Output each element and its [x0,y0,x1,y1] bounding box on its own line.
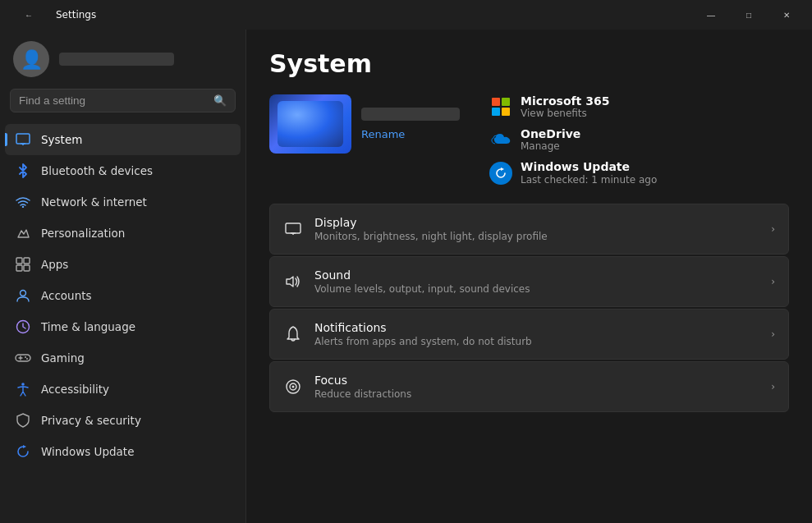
windows-update-title: Windows Update [521,160,657,173]
display-icon [283,219,303,239]
microsoft365-name: Microsoft 365 [521,94,609,108]
sidebar: 👤 🔍 System [0,30,246,523]
privacy-icon [15,412,31,429]
focus-text: Focus Reduce distractions [314,374,759,400]
sidebar-item-apps[interactable]: Apps ◀ [5,249,241,280]
setting-item-sound[interactable]: Sound Volume levels, output, input, soun… [269,256,789,307]
svg-point-21 [292,385,295,388]
display-text: Display Monitors, brightness, night ligh… [314,216,759,242]
service-cards: Microsoft 365 View benefits OneDrive [489,94,657,187]
focus-icon [283,377,303,397]
network-icon [15,194,31,210]
search-box[interactable]: 🔍 [10,89,236,112]
notifications-desc: Alerts from apps and system, do not dist… [314,336,759,347]
search-container: 🔍 [0,89,245,121]
svg-rect-7 [24,265,30,271]
info-cards: Rename Microsoft 365 [269,94,789,187]
focus-desc: Reduce distractions [314,388,759,400]
accessibility-icon [15,381,31,397]
accounts-icon [15,287,31,304]
sound-desc: Volume levels, output, input, sound devi… [314,283,759,295]
sidebar-item-label: Gaming [41,351,85,365]
m365-grid [492,98,510,116]
focus-chevron: › [771,381,775,392]
sidebar-item-bluetooth[interactable]: Bluetooth & devices [5,155,241,186]
svg-rect-0 [16,134,30,144]
sidebar-item-system[interactable]: System [5,124,241,155]
microsoft365-icon [489,95,512,118]
search-input[interactable] [19,94,207,107]
sidebar-item-gaming[interactable]: Gaming [5,342,241,374]
sidebar-item-label: Time & language [41,320,135,333]
focus-name: Focus [314,374,759,387]
sidebar-item-label: Accounts [41,289,92,302]
windows-update-status: Last checked: 1 minute ago [521,173,657,187]
onedrive-info: OneDrive Manage [521,127,580,152]
windowsupdate-icon [15,443,31,460]
sound-text: Sound Volume levels, output, input, soun… [314,268,759,295]
m365-green [502,98,510,106]
gaming-icon [15,350,31,366]
svg-point-14 [26,358,28,360]
microsoft365-card[interactable]: Microsoft 365 View benefits [489,94,657,119]
svg-rect-16 [286,223,300,233]
titlebar: ← Settings — □ ✕ [0,0,812,30]
m365-yellow [502,108,510,116]
notifications-name: Notifications [314,321,759,334]
sidebar-item-label: Bluetooth & devices [41,164,153,177]
sidebar-item-label: Privacy & security [41,414,141,427]
window-controls: — □ ✕ [692,0,805,30]
sidebar-item-accessibility[interactable]: Accessibility [5,374,241,405]
svg-rect-4 [16,258,22,264]
profile-name-blur [59,53,174,66]
content-area: System Rename [246,30,812,523]
notifications-icon [283,324,303,344]
titlebar-left: ← Settings [10,0,96,30]
setting-item-focus[interactable]: Focus Reduce distractions › [269,361,789,412]
sound-chevron: › [771,276,775,287]
microsoft365-action: View benefits [521,108,609,119]
page-title: System [269,49,789,78]
notifications-chevron: › [771,328,775,340]
sound-name: Sound [314,268,759,282]
rename-link[interactable]: Rename [361,128,405,140]
main-layout: 👤 🔍 System [0,30,812,523]
back-button[interactable]: ← [10,0,48,30]
sidebar-item-personalization[interactable]: Personalization [5,218,241,249]
sidebar-item-windowsupdate[interactable]: Windows Update [5,436,241,467]
windows-update-info: Windows Update Last checked: 1 minute ag… [521,160,657,187]
bluetooth-icon [15,163,31,179]
onedrive-icon [489,128,512,151]
setting-item-notifications[interactable]: Notifications Alerts from apps and syste… [269,309,789,360]
display-name: Display [314,216,759,229]
device-thumbnail [269,94,351,154]
svg-point-15 [21,383,25,386]
windows-update-card[interactable]: Windows Update Last checked: 1 minute ag… [489,160,657,187]
device-card: Rename [269,94,460,154]
device-thumbnail-inner [278,101,343,147]
sidebar-item-privacy[interactable]: Privacy & security [5,405,241,436]
settings-list: Display Monitors, brightness, night ligh… [269,204,789,412]
setting-item-display[interactable]: Display Monitors, brightness, night ligh… [269,204,789,255]
display-desc: Monitors, brightness, night light, displ… [314,231,759,242]
maximize-button[interactable]: □ [730,0,768,30]
notifications-text: Notifications Alerts from apps and syste… [314,321,759,347]
svg-point-8 [21,291,26,296]
nav-list: System Bluetooth & devices [0,121,245,523]
close-button[interactable]: ✕ [768,0,805,30]
svg-point-3 [22,206,24,208]
profile-area[interactable]: 👤 [0,30,245,89]
svg-rect-10 [16,355,30,361]
windows-update-icon [489,162,512,185]
sidebar-item-network[interactable]: Network & internet [5,186,241,218]
sidebar-item-accounts[interactable]: Accounts [5,280,241,311]
sound-icon [283,272,303,291]
onedrive-card[interactable]: OneDrive Manage [489,127,657,152]
sidebar-item-time[interactable]: Time & language [5,311,241,342]
m365-red [492,98,500,106]
personalization-icon [15,225,31,241]
device-name-blur [361,108,460,121]
sidebar-item-label: Windows Update [41,445,134,458]
minimize-button[interactable]: — [692,0,730,30]
sidebar-item-label: Apps [41,258,68,271]
